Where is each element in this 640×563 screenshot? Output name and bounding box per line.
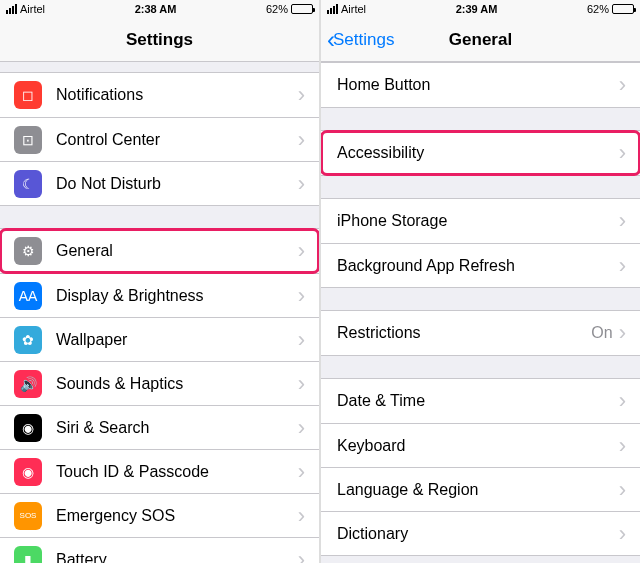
general-screen: Airtel 2:39 AM 62% ‹ Settings General Ho… — [321, 0, 640, 563]
wallpaper-icon: ✿ — [14, 326, 42, 354]
row-date-time[interactable]: Date & Time› — [321, 379, 640, 423]
row-label: Keyboard — [337, 437, 619, 455]
settings-screen: Airtel 2:38 AM 62% Settings ◻Notificatio… — [0, 0, 319, 563]
row-label: General — [56, 242, 298, 260]
row-label: Battery — [56, 551, 298, 564]
status-bar: Airtel 2:38 AM 62% — [0, 0, 319, 18]
chevron-right-icon: › — [298, 84, 305, 106]
row-label: Language & Region — [337, 481, 619, 499]
chevron-right-icon: › — [619, 142, 626, 164]
battery-icon — [612, 4, 634, 14]
nav-bar: Settings — [0, 18, 319, 62]
battery-percent: 62% — [266, 3, 288, 15]
row-label: Restrictions — [337, 324, 591, 342]
sos-icon: SOS — [14, 502, 42, 530]
carrier-label: Airtel — [341, 3, 366, 15]
chevron-right-icon: › — [619, 74, 626, 96]
row-label: Accessibility — [337, 144, 619, 162]
row-label: Dictionary — [337, 525, 619, 543]
chevron-right-icon: › — [298, 173, 305, 195]
chevron-right-icon: › — [298, 417, 305, 439]
row-label: iPhone Storage — [337, 212, 619, 230]
row-label: Wallpaper — [56, 331, 298, 349]
row-label: Do Not Disturb — [56, 175, 298, 193]
display-icon: AA — [14, 282, 42, 310]
row-label: Date & Time — [337, 392, 619, 410]
row-accessibility[interactable]: Accessibility› — [321, 131, 640, 175]
chevron-right-icon: › — [619, 255, 626, 277]
page-title: General — [449, 30, 512, 50]
row-label: Display & Brightness — [56, 287, 298, 305]
touchid-icon: ◉ — [14, 458, 42, 486]
chevron-right-icon: › — [298, 285, 305, 307]
row-label: Notifications — [56, 86, 298, 104]
battery-percent: 62% — [587, 3, 609, 15]
battery-icon: ▮ — [14, 546, 42, 564]
chevron-right-icon: › — [298, 461, 305, 483]
row-label: Control Center — [56, 131, 298, 149]
row-siri-search[interactable]: ◉Siri & Search› — [0, 405, 319, 449]
signal-icon — [6, 4, 17, 14]
row-display-brightness[interactable]: AADisplay & Brightness› — [0, 273, 319, 317]
battery-icon — [291, 4, 313, 14]
row-label: Touch ID & Passcode — [56, 463, 298, 481]
row-do-not-disturb[interactable]: ☾Do Not Disturb› — [0, 161, 319, 205]
back-label: Settings — [333, 30, 394, 50]
siri-icon: ◉ — [14, 414, 42, 442]
status-bar: Airtel 2:39 AM 62% — [321, 0, 640, 18]
row-battery[interactable]: ▮Battery› — [0, 537, 319, 563]
general-icon: ⚙ — [14, 237, 42, 265]
row-sounds-haptics[interactable]: 🔊Sounds & Haptics› — [0, 361, 319, 405]
chevron-right-icon: › — [619, 390, 626, 412]
chevron-right-icon: › — [298, 549, 305, 564]
chevron-right-icon: › — [619, 523, 626, 545]
chevron-right-icon: › — [619, 479, 626, 501]
notifications-icon: ◻ — [14, 81, 42, 109]
row-background-app-refresh[interactable]: Background App Refresh› — [321, 243, 640, 287]
chevron-right-icon: › — [619, 210, 626, 232]
clock: 2:39 AM — [456, 3, 498, 15]
row-wallpaper[interactable]: ✿Wallpaper› — [0, 317, 319, 361]
row-label: Home Button — [337, 76, 619, 94]
row-general[interactable]: ⚙General› — [0, 229, 319, 273]
row-touch-id-passcode[interactable]: ◉Touch ID & Passcode› — [0, 449, 319, 493]
sounds-icon: 🔊 — [14, 370, 42, 398]
carrier-label: Airtel — [20, 3, 45, 15]
chevron-right-icon: › — [298, 373, 305, 395]
chevron-right-icon: › — [298, 505, 305, 527]
chevron-right-icon: › — [619, 435, 626, 457]
page-title: Settings — [126, 30, 193, 50]
chevron-right-icon: › — [298, 329, 305, 351]
clock: 2:38 AM — [135, 3, 177, 15]
chevron-right-icon: › — [619, 322, 626, 344]
back-button[interactable]: ‹ Settings — [327, 28, 394, 52]
row-home-button[interactable]: Home Button› — [321, 63, 640, 107]
row-emergency-sos[interactable]: SOSEmergency SOS› — [0, 493, 319, 537]
chevron-right-icon: › — [298, 240, 305, 262]
row-keyboard[interactable]: Keyboard› — [321, 423, 640, 467]
row-notifications[interactable]: ◻Notifications› — [0, 73, 319, 117]
row-control-center[interactable]: ⊡Control Center› — [0, 117, 319, 161]
row-restrictions[interactable]: RestrictionsOn› — [321, 311, 640, 355]
row-dictionary[interactable]: Dictionary› — [321, 511, 640, 555]
row-label: Background App Refresh — [337, 257, 619, 275]
row-language-region[interactable]: Language & Region› — [321, 467, 640, 511]
row-label: Emergency SOS — [56, 507, 298, 525]
chevron-right-icon: › — [298, 129, 305, 151]
row-label: Siri & Search — [56, 419, 298, 437]
row-value: On — [591, 324, 612, 342]
signal-icon — [327, 4, 338, 14]
row-iphone-storage[interactable]: iPhone Storage› — [321, 199, 640, 243]
dnd-icon: ☾ — [14, 170, 42, 198]
nav-bar: ‹ Settings General — [321, 18, 640, 62]
control-center-icon: ⊡ — [14, 126, 42, 154]
row-label: Sounds & Haptics — [56, 375, 298, 393]
